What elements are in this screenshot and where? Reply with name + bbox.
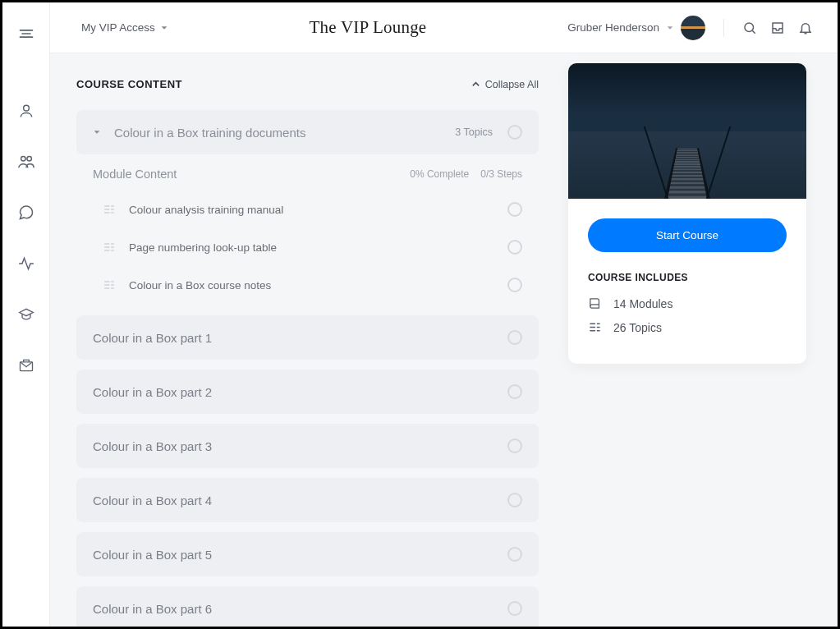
module-header[interactable]: Colour in a Box part 6 bbox=[76, 586, 539, 627]
module-title: Colour in a Box part 5 bbox=[93, 548, 507, 562]
collapse-all-button[interactable]: Collapse All bbox=[471, 79, 539, 90]
svg-point-3 bbox=[23, 105, 29, 111]
topic-item[interactable]: Colour analysis training manual bbox=[93, 191, 522, 228]
module-expanded: Colour in a Box training documents 3 Top… bbox=[76, 110, 539, 315]
site-title: The VIP Lounge bbox=[168, 17, 567, 38]
list-icon bbox=[103, 241, 116, 254]
divider bbox=[723, 19, 724, 37]
status-circle bbox=[507, 438, 522, 453]
module-header[interactable]: Colour in a Box part 3 bbox=[76, 424, 539, 468]
access-menu-label: My VIP Access bbox=[81, 21, 155, 34]
module-collapsed: Colour in a Box part 6 bbox=[76, 586, 539, 627]
svg-point-4 bbox=[21, 157, 25, 162]
topic-item[interactable]: Page numbering look-up table bbox=[93, 228, 522, 266]
module-title: Colour in a Box part 2 bbox=[93, 385, 507, 399]
course-side-card: Start Course COURSE INCLUDES 14 Modules … bbox=[568, 63, 806, 364]
menu-toggle-icon[interactable] bbox=[10, 17, 43, 50]
start-course-button[interactable]: Start Course bbox=[588, 218, 787, 252]
bell-icon[interactable] bbox=[798, 21, 813, 35]
module-title: Colour in a Box part 6 bbox=[93, 602, 507, 616]
chevron-down-icon bbox=[160, 24, 168, 32]
module-collapsed: Colour in a Box part 1 bbox=[76, 315, 539, 360]
module-header[interactable]: Colour in a Box part 2 bbox=[76, 370, 539, 414]
topic-title: Page numbering look-up table bbox=[129, 241, 507, 254]
topic-item[interactable]: Colour in a Box course notes bbox=[93, 266, 522, 304]
chevron-down-icon bbox=[666, 24, 674, 32]
user-name: Gruber Henderson bbox=[567, 21, 659, 34]
topic-title: Colour in a Box course notes bbox=[129, 279, 507, 292]
list-icon bbox=[588, 320, 602, 334]
module-collapsed: Colour in a Box part 5 bbox=[76, 532, 539, 576]
collapse-all-label: Collapse All bbox=[485, 79, 539, 90]
module-content-label: Module Content bbox=[93, 168, 177, 181]
person-icon[interactable] bbox=[10, 94, 43, 127]
module-progress: 0% Complete bbox=[410, 168, 469, 180]
svg-point-5 bbox=[26, 157, 30, 162]
status-circle bbox=[507, 330, 522, 345]
module-collapsed: Colour in a Box part 2 bbox=[76, 370, 539, 414]
course-content-heading: COURSE CONTENT bbox=[76, 78, 182, 90]
book-icon bbox=[588, 296, 602, 310]
module-header[interactable]: Colour in a Box part 4 bbox=[76, 478, 539, 522]
includes-modules-label: 14 Modules bbox=[613, 297, 672, 310]
svg-line-8 bbox=[752, 30, 755, 33]
activity-icon[interactable] bbox=[10, 247, 43, 280]
module-steps: 0/3 Steps bbox=[480, 168, 522, 180]
status-circle bbox=[507, 601, 522, 616]
module-title: Colour in a Box part 1 bbox=[93, 331, 507, 345]
status-circle bbox=[507, 125, 522, 140]
module-collapsed: Colour in a Box part 4 bbox=[76, 478, 539, 522]
chat-icon[interactable] bbox=[10, 196, 43, 229]
graduation-icon[interactable] bbox=[10, 298, 43, 331]
module-header[interactable]: Colour in a Box part 1 bbox=[76, 315, 539, 360]
status-circle bbox=[507, 240, 522, 255]
top-header: My VIP Access The VIP Lounge Gruber Hend… bbox=[50, 2, 838, 53]
status-circle bbox=[507, 202, 522, 217]
status-circle bbox=[507, 384, 522, 399]
topic-title: Colour analysis training manual bbox=[129, 204, 507, 216]
module-title: Colour in a Box part 3 bbox=[93, 439, 507, 453]
module-title: Colour in a Box training documents bbox=[114, 126, 455, 140]
module-header[interactable]: Colour in a Box training documents 3 Top… bbox=[76, 110, 539, 154]
module-header[interactable]: Colour in a Box part 5 bbox=[76, 532, 539, 576]
includes-topics: 26 Topics bbox=[588, 320, 787, 334]
list-icon bbox=[103, 203, 116, 216]
access-menu[interactable]: My VIP Access bbox=[81, 21, 168, 34]
search-icon[interactable] bbox=[742, 21, 757, 35]
chevron-up-icon bbox=[471, 80, 480, 89]
status-circle bbox=[507, 547, 522, 562]
course-content: COURSE CONTENT Collapse All Colour in a … bbox=[76, 78, 539, 627]
mail-icon[interactable] bbox=[10, 349, 43, 382]
status-circle bbox=[507, 278, 522, 292]
status-circle bbox=[507, 493, 522, 507]
user-menu[interactable]: Gruber Henderson bbox=[567, 16, 705, 40]
module-title: Colour in a Box part 4 bbox=[93, 494, 507, 507]
includes-modules: 14 Modules bbox=[588, 296, 787, 310]
list-icon bbox=[103, 278, 116, 292]
module-collapsed: Colour in a Box part 3 bbox=[76, 424, 539, 468]
course-includes-heading: COURSE INCLUDES bbox=[588, 272, 787, 283]
caret-down-icon bbox=[93, 128, 101, 136]
sidebar bbox=[2, 2, 50, 627]
includes-topics-label: 26 Topics bbox=[613, 321, 662, 334]
inbox-icon[interactable] bbox=[770, 21, 785, 35]
module-topic-count: 3 Topics bbox=[455, 126, 493, 138]
svg-point-7 bbox=[745, 23, 754, 32]
course-image bbox=[568, 63, 806, 199]
community-icon[interactable] bbox=[10, 145, 43, 178]
avatar bbox=[681, 16, 705, 40]
